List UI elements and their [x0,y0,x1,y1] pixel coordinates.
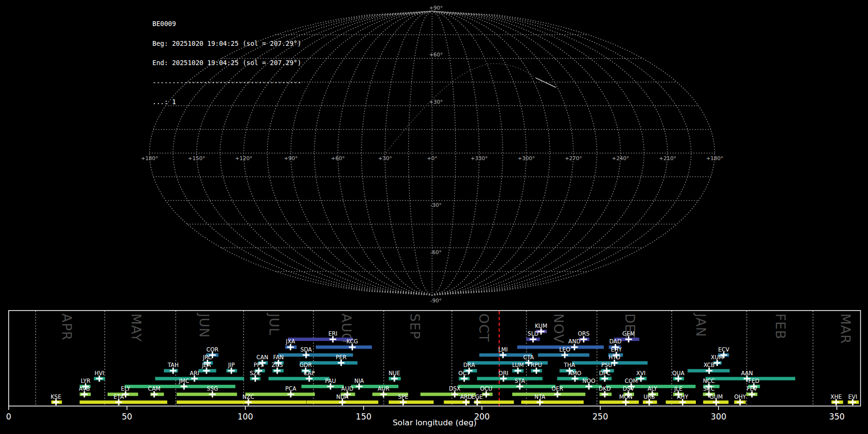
shower-label: TAH [167,362,179,368]
shower-label: AUR [378,385,389,392]
month-label: MAY [129,313,144,342]
begin-time: Beg: 20251020 19:04:25 (sol = 207.29°) [152,41,301,47]
shower-bar [269,377,329,380]
shower-bar [458,385,556,388]
shower-bar [288,338,353,341]
shower-label: AND [569,338,581,345]
month-label: JAN [693,312,708,337]
radiant-map-window: +180°+150°+120°+90°+60°+30°+0°+330°+300°… [0,0,868,434]
shower-label: ERI [328,330,338,337]
x-tick-label: 100 [237,412,253,421]
shower-label: SSG [207,385,218,392]
x-tick-label: 350 [829,412,844,421]
shower-label: KSE [51,393,61,400]
shower-label: STA [515,378,525,384]
shower-label: FAN [273,354,284,361]
shower-label: LUM [512,362,524,368]
shower-label: NOO [583,378,596,384]
x-tick-label: 300 [711,412,726,421]
x-tick-label: 150 [356,412,371,421]
shower-label: DRA [463,362,475,368]
session-id: BE0009 [152,21,301,27]
shower-label: LYR [81,378,91,384]
shower-label: QUA [672,370,684,377]
header-info: BE0009 Beg: 20251020 19:04:25 (sol = 207… [152,8,301,119]
shower-bar [389,401,434,404]
month-label: NOV [551,313,566,343]
shower-label: CAN [257,354,269,361]
shower-label: PCA [285,385,296,392]
shower-label: LMI [498,346,508,353]
month-label: SEP [407,313,422,339]
shower-label: PSU [601,362,612,368]
shower-label: OHY [734,393,746,400]
shower-label: DKD [598,385,610,392]
shower-bar [521,401,584,404]
shower-label: ARD [460,393,472,400]
shower-label: COR [206,346,218,353]
shower-bar [176,393,237,396]
shower-label: CTA [523,354,534,361]
shower-label: SLD [528,330,539,337]
shower-label: JLE [674,385,682,392]
shower-bar [124,385,235,388]
month-label: MAR [838,313,853,344]
shower-bar [599,401,638,404]
shower-label: NIA [354,378,364,384]
shower-label: ELY [121,385,131,392]
month-label: JUL [267,312,282,336]
shower-label: NCC [703,378,715,384]
shower-label: KUM [535,323,547,329]
shower-label: COM [625,378,638,384]
shower-label: EVI [848,393,857,400]
meteor-count: ...: 1 [152,99,301,106]
month-label: OCT [476,313,491,342]
shower-label: RPU [531,362,542,368]
shower-label: AAN [741,370,753,377]
separator-line: -------------------------------------- [152,80,301,86]
shower-bar [301,385,344,388]
shower-bar [559,385,601,388]
month-label: FEB [773,313,788,339]
shower-label: LEO [559,346,570,353]
activity-chart: APRMAYJUNJULAUGSEPOCTNOVDECJANFEBMARKSEE… [0,0,868,434]
shower-label: ARI [190,370,199,377]
shower-bar [176,401,306,404]
end-time: End: 20251020 19:04:25 (sol = 207.29°) [152,60,301,67]
shower-bar [245,393,315,396]
shower-label: DAD [609,338,622,345]
shower-label: AUD [341,385,353,392]
shower-label: XCB [704,362,715,368]
x-tick-label: 0 [6,412,12,421]
shower-label: SDA [300,346,312,353]
shower-label: ECV [718,346,729,353]
shower-label: KCG [347,338,358,345]
shower-label: DSX [449,385,461,392]
shower-label: NTA [534,393,545,400]
x-axis-title: Solar longitude (deg) [393,418,476,427]
shower-label: XVI [637,370,646,377]
shower-label: GDR [299,362,312,368]
shower-bar [316,345,372,349]
shower-label: GEM [623,330,635,337]
shower-label: PER [336,354,346,361]
shower-label: XHE [830,393,842,400]
shower-label: JXA [285,338,295,345]
shower-label: HVI [95,370,104,377]
shower-label: NUE [389,370,400,377]
shower-label: ORI [499,370,508,377]
shower-label: OER [552,385,563,392]
shower-label: OCU [480,385,492,392]
shower-label: JMC [178,378,189,384]
month-label: JUN [197,312,212,338]
shower-label: THA [563,362,575,368]
shower-label: EGE [472,393,483,400]
shower-bar [512,393,585,396]
shower-bar [80,401,167,404]
shower-label: PAU [325,378,336,384]
x-tick-label: 50 [122,412,133,421]
month-label: APR [59,313,74,341]
shower-label: ALY [648,385,658,392]
x-tick-label: 250 [593,412,608,421]
shower-bar [155,377,244,380]
